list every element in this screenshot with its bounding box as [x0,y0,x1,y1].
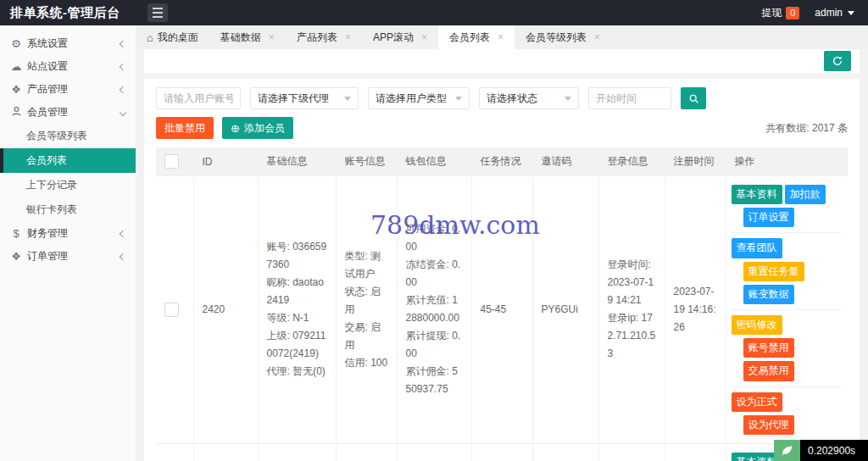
close-icon[interactable]: × [421,31,427,43]
close-icon[interactable]: × [269,31,275,43]
select-all-header [156,147,193,176]
chevron-down-icon [848,11,854,15]
status-select[interactable]: 请选择状态 [479,87,579,109]
collapse-menu-icon[interactable] [147,3,168,22]
row-checkbox[interactable] [164,303,179,317]
重置任务量-button[interactable]: 重置任务量 [743,262,804,281]
chevron-left-icon [120,40,126,47]
加扣款-button[interactable]: 加扣款 [785,185,826,204]
home-icon: ⌂ [147,31,153,44]
account-search-input[interactable] [156,87,241,109]
账号禁用-button[interactable]: 账号禁用 [743,338,794,358]
execution-time-badge[interactable]: 0.202900s [774,440,868,461]
tab-label: 我的桌面 [158,31,198,45]
chevron-left-icon [120,230,126,236]
tab-基础数据[interactable]: 基础数据× [209,25,286,49]
status-select-value: 请选择状态 [487,92,537,106]
设为代理-button[interactable]: 设为代理 [743,415,794,435]
basic-info-cell-line: 账号: 0366597360 [267,238,327,274]
login-info-cell [598,443,665,461]
wallet-info-cell-line: 冻结资金: 0.00 [406,256,463,292]
account-info-cell-line: 交易: 启用 [345,319,388,354]
tab-bar: ⌂我的桌面基础数据×产品列表×APP滚动×会员列表×会员等级列表× [136,25,868,49]
basic-info-cell-line: 代理: 暂无(0) [267,363,327,380]
login-info-cell-line: 登录时间: 2023-07-19 14:21 [608,256,656,309]
设为正式-button[interactable]: 设为正式 [732,392,782,412]
refresh-button[interactable] [824,51,851,71]
sidebar-item-label: 订单管理 [27,249,68,264]
search-button[interactable] [681,87,706,109]
agent-select[interactable]: 请选择下级代理 [250,87,359,109]
withdraw-link[interactable]: 提现 0 [761,6,799,20]
chevron-left-icon [120,63,126,69]
cube-icon: ❖ [10,251,22,262]
密码修改-button[interactable]: 密码修改 [732,315,782,335]
sidebar-item-会员等级列表[interactable]: 会员等级列表 [0,124,136,148]
sidebar-item-系统设置[interactable]: ⚙系统设置 [0,32,136,55]
start-time-input[interactable] [588,87,671,109]
tab-会员列表[interactable]: 会员列表× [438,25,515,49]
user-icon [10,106,22,119]
member-table: ID基础信息账号信息钱包信息任务情况邀请码登录信息注册时间操作2420账号: 0… [156,147,848,461]
user-type-select-value: 请选择用户类型 [376,92,447,106]
sidebar-item-label: 站点设置 [27,59,68,74]
batch-disable-label: 批量禁用 [164,121,205,136]
user-type-select[interactable]: 请选择用户类型 [368,87,470,109]
tab-我的桌面[interactable]: ⌂我的桌面 [136,25,209,49]
close-icon[interactable]: × [594,31,600,43]
sidebar-item-银行卡列表[interactable]: 银行卡列表 [0,197,136,222]
sidebar-item-label: 会员管理 [27,105,68,119]
chevron-left-icon [120,86,126,92]
wallet-info-cell: 可用资金: 0.00冻结资金: 0.00累计充值: 12880000.00累计提… [397,176,471,444]
username: admin [815,7,843,19]
sidebar-item-会员列表[interactable]: 会员列表 [0,148,136,173]
订单设置-button[interactable]: 订单设置 [743,208,794,227]
sidebar-item-财务管理[interactable]: $财务管理 [0,222,136,245]
user-menu[interactable]: admin [815,7,854,19]
sidebar-nav: ⚙系统设置☁站点设置❖产品管理会员管理会员等级列表会员列表上下分记录银行卡列表$… [0,25,136,461]
chevron-down-icon [455,97,462,101]
sidebar-item-订单管理[interactable]: ❖订单管理 [0,245,136,268]
operation-group: 设为正式设为代理 [732,386,843,440]
account-info-cell-line: 类型: 测试用户 [345,247,388,283]
select-all-checkbox[interactable] [164,154,179,169]
交易禁用-button[interactable]: 交易禁用 [743,361,794,380]
sidebar-item-label: 产品管理 [27,82,68,97]
tab-label: 会员列表 [449,31,490,45]
batch-disable-button[interactable]: 批量禁用 [156,117,214,139]
column-header: 邀请码 [532,147,598,176]
tab-label: 产品列表 [297,31,337,45]
operation-group: 查看团队重置任务量账变数据 [732,232,843,309]
cube-icon: ❖ [10,84,22,95]
基本资料-button[interactable]: 基本资料 [732,185,782,204]
account-info-cell: 类型: 测试用户状态: 启用交易: 启用信用: 100 [336,176,397,444]
table-row: 可用资金: 4基本资料加扣款订单设置 [156,443,848,461]
table-row: 2420账号: 0366597360昵称: daotao2419等级: N-1上… [156,176,848,444]
tab-产品列表[interactable]: 产品列表× [286,25,362,49]
sidebar-item-label: 系统设置 [27,36,68,51]
查看团队-button[interactable]: 查看团队 [732,238,782,258]
invite-code-cell: PY6GUi [532,176,598,444]
sidebar-item-label: 财务管理 [27,226,68,241]
invite-code-cell [532,443,598,461]
basic-info-cell-line: 等级: N-1 [267,309,327,327]
close-icon[interactable]: × [345,31,351,43]
sidebar-item-会员管理[interactable]: 会员管理 [0,101,136,124]
gear-icon: ⚙ [10,38,22,49]
operations-cell: 基本资料加扣款订单设置查看团队重置任务量账变数据密码修改账号禁用交易禁用设为正式… [726,176,848,444]
operation-line: 密码修改 [732,314,843,336]
tab-会员等级列表[interactable]: 会员等级列表× [515,25,611,49]
sidebar-item-产品管理[interactable]: ❖产品管理 [0,78,136,101]
sidebar-item-站点设置[interactable]: ☁站点设置 [0,55,136,78]
chevron-left-icon [120,253,126,259]
register-time-cell [665,443,726,461]
filter-bar: 请选择下级代理 请选择用户类型 请选择状态 [156,87,848,109]
add-member-button[interactable]: ⊕ 添加会员 [222,117,293,139]
tab-APP滚动[interactable]: APP滚动× [362,25,438,49]
leaf-icon[interactable] [774,440,800,461]
账变数据-button[interactable]: 账变数据 [743,285,794,304]
withdraw-label: 提现 [761,6,782,20]
close-icon[interactable]: × [498,31,504,43]
task-cell [471,443,532,461]
sidebar-item-上下分记录[interactable]: 上下分记录 [0,173,136,197]
